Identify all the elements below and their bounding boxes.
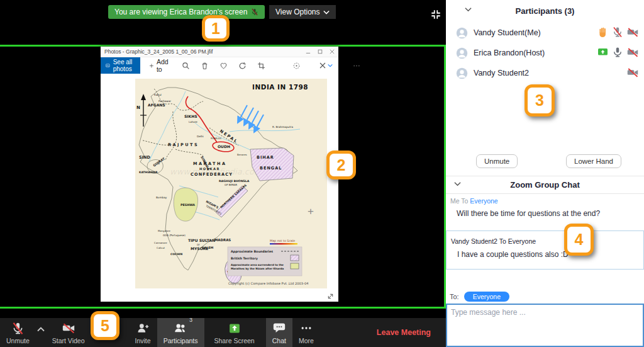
unmute-label: Unmute	[6, 337, 30, 344]
lower-hand-button[interactable]: Lower Hand	[566, 154, 621, 168]
side-panel: Participants (3) Vandy Student(Me)	[446, 0, 644, 347]
video-muted-icon	[626, 26, 639, 38]
photos-toolbar: See all photos Add to	[101, 57, 338, 74]
minimize-icon[interactable]	[306, 49, 311, 54]
svg-text:Cannanore: Cannanore	[154, 241, 167, 244]
chat-input[interactable]	[446, 304, 644, 347]
zoom-meeting-window: You are viewing Erica Brandon's screen V…	[0, 0, 644, 347]
photos-content: www.mapsofindia.com	[101, 74, 338, 302]
exit-fullscreen-icon[interactable]	[430, 9, 441, 20]
bengal-territory	[250, 148, 294, 181]
more-dots-icon	[299, 322, 313, 334]
unmute-toolbar-button[interactable]: Unmute	[0, 318, 36, 347]
mic-muted-icon	[612, 26, 623, 38]
photos-app-window: Photos - Graphic_3_24_2005 1_00_06 PM.jf…	[101, 47, 338, 302]
mic-icon	[612, 47, 623, 58]
svg-text:TIPU SULTAN: TIPU SULTAN	[188, 238, 215, 242]
svg-text:HOLKAR: HOLKAR	[199, 167, 220, 171]
svg-text:Approximate Boundaries: Approximate Boundaries	[231, 250, 273, 253]
chat-bubble-icon	[272, 322, 286, 334]
svg-text:Bombay: Bombay	[156, 196, 167, 199]
resize-diagonal-icon[interactable]	[326, 292, 335, 300]
svg-text:R. Brahmaputra: R. Brahmaputra	[272, 125, 294, 128]
svg-text:Mangalore: Mangalore	[158, 229, 171, 232]
add-to-label: Add to	[157, 58, 170, 73]
share-screen-toolbar-button[interactable]: Share Screen	[208, 318, 261, 347]
participants-icon	[173, 322, 188, 334]
collapse-chevron-icon[interactable]	[465, 7, 472, 12]
annotation-badge-1: 1	[202, 15, 230, 42]
participants-toolbar-button[interactable]: 3 Participants	[157, 318, 204, 347]
svg-text:SALEM: SALEM	[202, 246, 214, 249]
more-label: More	[299, 337, 314, 344]
raised-hand-icon	[597, 26, 609, 38]
edit-icon[interactable]	[319, 62, 326, 69]
rotate-icon[interactable]	[238, 62, 247, 70]
invite-icon	[136, 322, 150, 334]
svg-text:CONFEDERACY: CONFEDERACY	[191, 172, 233, 177]
participants-count-badge: 3	[189, 317, 192, 323]
chevron-down-icon[interactable]	[328, 64, 333, 67]
chat-message-to[interactable]: Everyone	[508, 237, 536, 245]
chat-message-connector: To	[499, 237, 506, 245]
chat-message-from: Me	[450, 197, 460, 205]
see-all-photos-button[interactable]: See all photos	[101, 57, 140, 74]
close-icon[interactable]	[330, 49, 335, 54]
more-icon[interactable]	[352, 62, 361, 70]
add-to-button[interactable]: Add to	[149, 58, 170, 73]
shared-screen-stage: Photos - Graphic_3_24_2005 1_00_06 PM.jf…	[0, 45, 446, 309]
chat-title: Zoom Group Chat	[510, 180, 580, 190]
participants-label: Participants	[164, 337, 198, 344]
svg-text:MADRAS: MADRAS	[214, 238, 231, 242]
svg-text:Kabul: Kabul	[154, 93, 162, 96]
chat-message-to[interactable]: Everyone	[470, 197, 497, 205]
more-toolbar-button[interactable]: More	[292, 318, 320, 347]
favorite-icon[interactable]	[219, 62, 228, 70]
participant-name: Vandy Student2	[474, 69, 529, 77]
mouse-cursor-plus: +	[308, 205, 314, 218]
enhance-icon[interactable]	[292, 62, 301, 70]
presenter-mic-muted-icon	[251, 8, 258, 16]
collapse-chevron-icon[interactable]	[454, 181, 461, 186]
delete-icon[interactable]	[201, 62, 209, 70]
svg-text:RAJPUTS: RAJPUTS	[168, 142, 199, 147]
svg-text:Delhi: Delhi	[197, 135, 204, 138]
leave-meeting-button[interactable]: Leave Meeting	[377, 318, 431, 347]
map-title: INDIA IN 1798	[252, 83, 308, 91]
svg-text:OF BERAR: OF BERAR	[225, 183, 237, 186]
svg-text:MARATHA: MARATHA	[193, 161, 226, 166]
participant-name: Vandy Student(Me)	[474, 28, 541, 37]
chat-toolbar-button[interactable]: Chat	[266, 318, 292, 347]
view-options-button[interactable]: View Options	[269, 5, 336, 19]
participant-row[interactable]: Vandy Student(Me)	[446, 24, 644, 42]
map-copyright: Copyright (c) Compare Infobase Pvt .Ltd …	[228, 282, 309, 286]
map-legend: Approximate Boundaries British Territory…	[228, 247, 302, 276]
svg-text:Lahore: Lahore	[189, 120, 197, 123]
participant-row[interactable]: Vandy Student2	[446, 64, 644, 82]
chat-label: Chat	[272, 337, 286, 344]
annotation-badge-5: 5	[91, 311, 119, 340]
participants-actions: Unmute Lower Hand	[446, 154, 644, 168]
crop-icon[interactable]	[257, 62, 265, 70]
invite-toolbar-button[interactable]: Invite	[129, 318, 157, 347]
participant-row[interactable]: Erica Brandon(Host)	[446, 44, 644, 62]
chat-message-selected[interactable]: Vandy Student2 To Everyone I have a coup…	[446, 230, 644, 270]
chat-message-connector: To	[461, 197, 468, 205]
chevron-down-icon	[323, 10, 330, 14]
recipient-pill[interactable]: Everyone	[464, 292, 509, 302]
see-all-photos-label: See all photos	[113, 59, 135, 72]
chat-message: Me To Everyone Will there be time for qu…	[446, 197, 644, 218]
maximize-icon[interactable]	[318, 49, 323, 54]
video-muted-icon	[626, 67, 639, 78]
chat-message-from[interactable]: Vandy Student2	[451, 237, 497, 245]
screen-share-icon	[597, 47, 609, 58]
annotation-badge-3: 3	[525, 84, 555, 117]
unmute-button[interactable]: Unmute	[476, 154, 518, 168]
svg-text:PESHWA: PESHWA	[180, 203, 195, 207]
svg-text:AFGANS: AFGANS	[148, 103, 165, 107]
zoom-icon[interactable]	[182, 62, 190, 70]
video-muted-icon	[61, 322, 76, 334]
mic-options-caret[interactable]	[36, 318, 46, 341]
start-video-toolbar-button[interactable]: Start Video	[46, 318, 91, 347]
svg-text:BIHAR: BIHAR	[257, 155, 274, 160]
